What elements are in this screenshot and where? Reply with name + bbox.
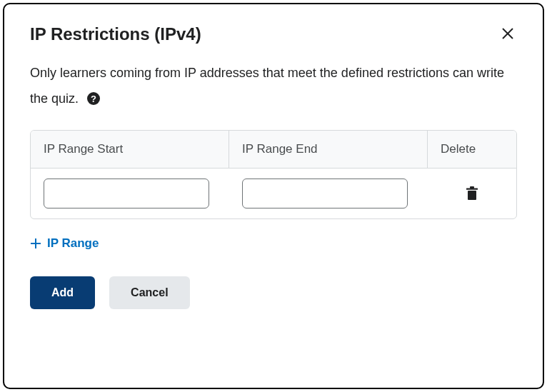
svg-rect-4 — [468, 191, 476, 200]
ip-range-start-input[interactable] — [44, 179, 209, 208]
svg-rect-6 — [470, 186, 474, 189]
description-text: Only learners coming from IP addresses t… — [30, 66, 504, 106]
svg-text:?: ? — [91, 94, 96, 104]
delete-row-button[interactable] — [463, 184, 481, 203]
add-button[interactable]: Add — [30, 276, 95, 309]
add-ip-range-label: IP Range — [47, 236, 99, 251]
trash-icon — [466, 186, 478, 201]
close-button[interactable] — [498, 24, 517, 43]
ip-restrictions-dialog: IP Restrictions (IPv4) Only learners com… — [3, 3, 544, 389]
table-header-row: IP Range Start IP Range End Delete — [31, 131, 516, 169]
column-header-delete: Delete — [428, 131, 516, 168]
add-ip-range-button[interactable]: IP Range — [30, 236, 99, 251]
cell-start — [31, 169, 229, 218]
dialog-title: IP Restrictions (IPv4) — [30, 24, 201, 44]
column-header-start: IP Range Start — [31, 131, 229, 168]
column-header-end: IP Range End — [229, 131, 428, 168]
table-row — [31, 169, 516, 218]
plus-icon — [30, 238, 41, 249]
cancel-button[interactable]: Cancel — [109, 276, 189, 309]
cell-end — [229, 169, 428, 218]
ip-range-table: IP Range Start IP Range End Delete — [30, 130, 517, 219]
dialog-description: Only learners coming from IP addresses t… — [30, 60, 517, 111]
dialog-footer: Add Cancel — [30, 276, 517, 309]
close-icon — [501, 27, 514, 40]
cell-delete — [428, 169, 516, 218]
dialog-header: IP Restrictions (IPv4) — [30, 24, 517, 44]
help-icon[interactable]: ? — [86, 91, 101, 106]
ip-range-end-input[interactable] — [242, 179, 408, 208]
